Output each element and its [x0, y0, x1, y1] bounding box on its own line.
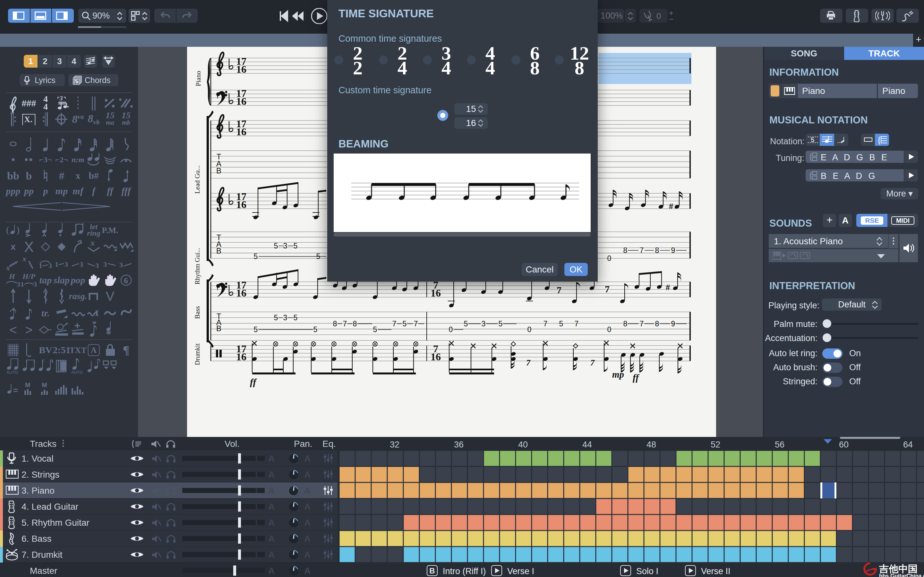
- svg-text:#: #: [669, 201, 673, 211]
- svg-text:5: 5: [811, 136, 814, 143]
- svg-text:8: 8: [624, 319, 628, 328]
- svg-text:16: 16: [236, 199, 246, 210]
- svg-text:5: 5: [313, 326, 318, 334]
- svg-text:7: 7: [557, 285, 561, 295]
- svg-text:3: 3: [33, 280, 37, 287]
- svg-text:(: (: [6, 225, 9, 235]
- svg-text:5: 5: [373, 326, 377, 334]
- svg-text:AUTO: AUTO: [6, 370, 18, 374]
- svg-text:0: 0: [607, 326, 612, 334]
- svg-text:5: 5: [403, 319, 407, 328]
- svg-text:): ): [16, 225, 19, 235]
- svg-text:x: x: [90, 240, 95, 247]
- svg-text:8: 8: [655, 319, 659, 328]
- svg-text:0: 0: [449, 326, 453, 334]
- svg-text:Drumkit: Drumkit: [194, 343, 201, 365]
- svg-text:3: 3: [283, 314, 288, 322]
- svg-text:6: 6: [124, 276, 128, 285]
- svg-text:B: B: [216, 166, 221, 175]
- svg-text:0: 0: [607, 254, 612, 263]
- svg-text:M: M: [42, 383, 47, 388]
- svg-text:5: 5: [274, 242, 278, 250]
- svg-text:1: 1: [21, 280, 24, 287]
- svg-text:3: 3: [481, 319, 486, 328]
- svg-text:5: 5: [254, 252, 258, 261]
- svg-text:Rhythm Gui...: Rhythm Gui...: [194, 248, 201, 284]
- svg-text:7: 7: [640, 319, 644, 328]
- svg-text:3: 3: [283, 242, 288, 250]
- svg-text:3: 3: [120, 261, 123, 268]
- svg-text:16: 16: [236, 126, 246, 137]
- svg-text:5: 5: [317, 252, 320, 261]
- svg-text:5: 5: [464, 319, 468, 328]
- svg-text:H/P: H/P: [22, 274, 35, 280]
- svg-text:3: 3: [103, 260, 107, 268]
- svg-text:ff: ff: [250, 377, 257, 387]
- svg-text:7: 7: [640, 246, 644, 255]
- svg-text:x: x: [6, 263, 10, 271]
- svg-text:7: 7: [543, 319, 548, 328]
- svg-text:M: M: [25, 383, 31, 388]
- svg-text:16: 16: [236, 287, 246, 299]
- svg-text:1: 1: [39, 261, 42, 269]
- svg-text:5: 5: [294, 242, 298, 250]
- svg-text:#: #: [666, 283, 670, 292]
- svg-text:AUTO: AUTO: [71, 370, 83, 374]
- svg-text:8: 8: [655, 246, 659, 255]
- svg-text:8: 8: [353, 319, 357, 328]
- svg-text:5: 5: [559, 319, 564, 328]
- svg-text:B: B: [216, 324, 221, 333]
- svg-text:3: 3: [79, 260, 83, 268]
- svg-text:7: 7: [590, 358, 595, 367]
- svg-text:Lead Gu...: Lead Gu...: [194, 165, 201, 194]
- svg-text:16: 16: [431, 287, 441, 299]
- svg-text:Piano: Piano: [194, 71, 202, 86]
- svg-text:16: 16: [236, 95, 246, 107]
- svg-text:5: 5: [274, 314, 278, 322]
- svg-text:16: 16: [236, 351, 246, 363]
- svg-text:ff: ff: [633, 372, 640, 383]
- svg-text:mp: mp: [612, 369, 624, 380]
- svg-text:7: 7: [526, 358, 531, 367]
- svg-text:8: 8: [333, 319, 337, 328]
- svg-text:1: 1: [55, 260, 58, 268]
- svg-text:5: 5: [499, 319, 503, 328]
- svg-text:H: H: [9, 274, 15, 280]
- svg-text:7: 7: [393, 319, 397, 328]
- svg-text:5: 5: [294, 314, 298, 322]
- svg-text:16: 16: [431, 351, 441, 363]
- svg-text:7: 7: [605, 284, 610, 294]
- svg-text:0: 0: [527, 326, 531, 334]
- svg-text:16: 16: [236, 63, 246, 75]
- svg-text:3: 3: [59, 96, 63, 102]
- svg-text:9: 9: [671, 319, 675, 328]
- svg-text:3: 3: [95, 261, 99, 268]
- svg-text:Bass: Bass: [194, 306, 201, 319]
- svg-text:8: 8: [624, 246, 628, 255]
- svg-text:7: 7: [414, 319, 418, 328]
- svg-text:7: 7: [575, 319, 579, 328]
- svg-text:*: *: [106, 328, 111, 338]
- svg-text:x: x: [22, 257, 26, 263]
- svg-text:=: =: [13, 386, 18, 395]
- svg-text:7: 7: [343, 319, 347, 328]
- svg-text:3: 3: [17, 280, 20, 287]
- svg-text:3: 3: [48, 261, 52, 269]
- svg-text:3: 3: [65, 260, 68, 268]
- svg-text:5: 5: [254, 326, 258, 334]
- svg-text:B: B: [216, 247, 221, 255]
- svg-text:9: 9: [671, 246, 675, 255]
